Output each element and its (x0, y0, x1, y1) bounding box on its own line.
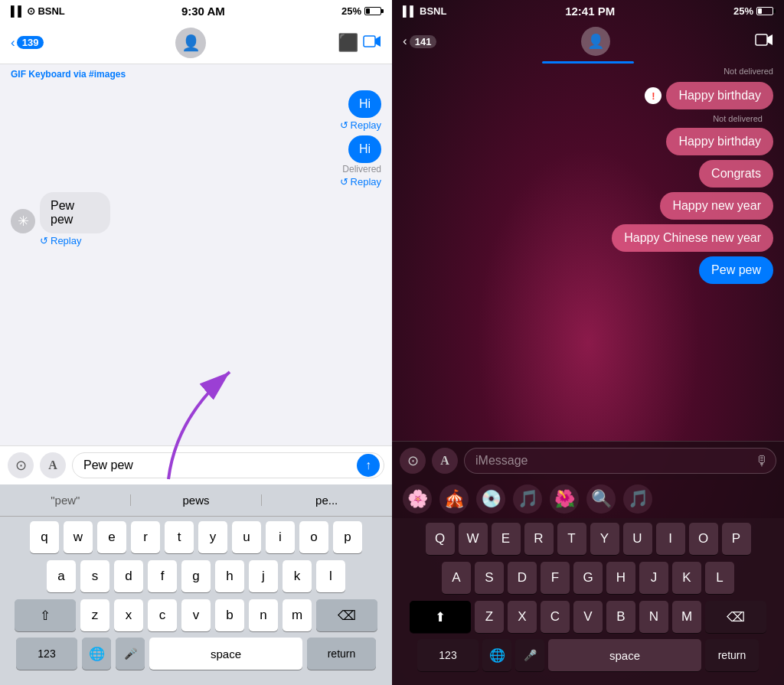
back-badge-right[interactable]: 141 (410, 35, 437, 48)
key-r[interactable]: r (131, 521, 160, 553)
key-M[interactable]: M (672, 601, 701, 633)
key-X[interactable]: X (508, 601, 537, 633)
mic-key-right[interactable]: 🎤 (515, 639, 544, 671)
key-U[interactable]: U (623, 523, 652, 555)
mic-button-right[interactable]: 🎙 (755, 453, 769, 469)
autocomplete-pews[interactable]: pews (131, 491, 262, 510)
camera-button-left[interactable]: ⊙ (8, 452, 34, 478)
key-m[interactable]: m (283, 599, 312, 631)
key-V[interactable]: V (573, 601, 603, 633)
key-g[interactable]: g (181, 560, 211, 592)
key-F[interactable]: F (541, 562, 570, 594)
space-key-left[interactable]: space (149, 638, 302, 670)
replay-label-2[interactable]: Replay (351, 176, 381, 188)
key-l[interactable]: l (316, 560, 345, 592)
key-O[interactable]: O (689, 523, 718, 555)
emoji-btn-2[interactable]: 🎪 (439, 484, 469, 514)
key-J[interactable]: J (639, 562, 668, 594)
key-E[interactable]: E (492, 523, 521, 555)
emoji-btn-4[interactable]: 🎵 (513, 484, 542, 514)
key-b[interactable]: b (215, 599, 244, 631)
key-B[interactable]: B (606, 601, 635, 633)
key-a[interactable]: a (47, 560, 76, 592)
key-s[interactable]: s (80, 560, 109, 592)
video-call-button-left[interactable]: ⬛ (338, 33, 381, 53)
key-Y[interactable]: Y (590, 523, 619, 555)
replay-label-1[interactable]: Replay (351, 119, 381, 131)
contact-avatar-right[interactable]: 👤 (581, 27, 610, 56)
key-A[interactable]: A (442, 562, 471, 594)
key-d[interactable]: d (114, 560, 143, 592)
emoji-btn-5[interactable]: 🌺 (550, 484, 579, 514)
autocomplete-pe[interactable]: pe... (261, 491, 392, 510)
key-R[interactable]: R (524, 523, 554, 555)
key-q[interactable]: q (30, 521, 59, 553)
delete-key-right[interactable]: ⌫ (705, 601, 766, 633)
key-P[interactable]: P (722, 523, 751, 555)
replay-link-1[interactable]: ↺ Replay (340, 119, 381, 131)
send-button-left[interactable]: ↑ (357, 454, 380, 477)
app-store-button-right[interactable]: A (432, 448, 458, 474)
key-H[interactable]: H (606, 562, 635, 594)
replay-icon-2: ↺ (340, 176, 348, 188)
key-Z[interactable]: Z (475, 601, 504, 633)
replay-link-2[interactable]: ↺ Replay (340, 176, 381, 188)
key-T[interactable]: T (557, 523, 586, 555)
key-L[interactable]: L (705, 562, 734, 594)
emoji-btn-6[interactable]: 🔍 (586, 484, 616, 514)
key-p[interactable]: p (333, 521, 362, 553)
back-badge-left[interactable]: 139 (17, 36, 44, 49)
number-key-left[interactable]: 123 (16, 638, 77, 670)
emoji-btn-7[interactable]: 🎵 (623, 484, 652, 514)
key-j[interactable]: j (249, 560, 278, 592)
emoji-btn-1[interactable]: 🌸 (403, 484, 432, 514)
return-key-left[interactable]: return (307, 638, 376, 670)
space-key-right[interactable]: space (548, 639, 701, 671)
camera-button-right[interactable]: ⊙ (400, 448, 426, 474)
autocomplete-pew-quoted[interactable]: "pew" (0, 491, 131, 510)
key-W[interactable]: W (459, 523, 488, 555)
emoji-btn-3[interactable]: 💿 (476, 484, 505, 514)
key-f[interactable]: f (148, 560, 177, 592)
gif-link[interactable]: GIF Keyboard (11, 69, 71, 80)
shift-key-right[interactable]: ⬆ (410, 601, 471, 633)
message-input-right[interactable]: iMessage (464, 448, 776, 474)
globe-key-right[interactable]: 🌐 (482, 639, 511, 671)
key-v[interactable]: v (181, 599, 211, 631)
key-S[interactable]: S (475, 562, 504, 594)
return-key-right[interactable]: return (705, 639, 759, 671)
key-t[interactable]: t (165, 521, 194, 553)
key-o[interactable]: o (299, 521, 328, 553)
key-w[interactable]: w (64, 521, 93, 553)
shift-key-left[interactable]: ⇧ (15, 599, 76, 631)
key-Q[interactable]: Q (426, 523, 455, 555)
key-i[interactable]: i (266, 521, 295, 553)
replay-label-3[interactable]: Replay (51, 235, 81, 246)
key-c[interactable]: c (148, 599, 177, 631)
app-store-button-left[interactable]: A (40, 452, 66, 478)
message-input-left[interactable]: Pew pew (72, 452, 384, 478)
key-K[interactable]: K (672, 562, 701, 594)
key-G[interactable]: G (573, 562, 603, 594)
replay-link-3[interactable]: ↺ Replay (40, 235, 81, 246)
key-u[interactable]: u (232, 521, 261, 553)
key-x[interactable]: x (114, 599, 143, 631)
key-I[interactable]: I (656, 523, 685, 555)
mic-key-left[interactable]: 🎤 (116, 638, 145, 670)
delete-key-left[interactable]: ⌫ (316, 599, 377, 631)
back-button-left[interactable]: ‹ 139 (11, 35, 44, 51)
key-h[interactable]: h (215, 560, 244, 592)
key-e[interactable]: e (97, 521, 126, 553)
back-button-right[interactable]: ‹ 141 (403, 34, 436, 49)
key-k[interactable]: k (283, 560, 312, 592)
video-call-button-right[interactable] (755, 31, 773, 51)
key-y[interactable]: y (198, 521, 227, 553)
key-C[interactable]: C (541, 601, 570, 633)
key-z[interactable]: z (80, 599, 109, 631)
number-key-right[interactable]: 123 (417, 639, 479, 671)
key-N[interactable]: N (639, 601, 668, 633)
contact-avatar-left[interactable]: 👤 (175, 28, 206, 58)
key-n[interactable]: n (249, 599, 278, 631)
key-D[interactable]: D (508, 562, 537, 594)
globe-key-left[interactable]: 🌐 (82, 638, 111, 670)
